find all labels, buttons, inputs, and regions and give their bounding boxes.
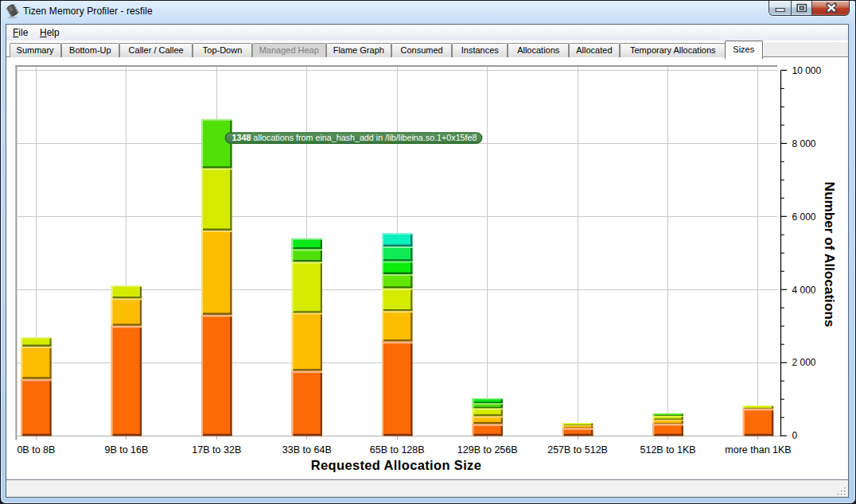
svg-text:2 000: 2 000 [792, 357, 816, 368]
svg-text:6 000: 6 000 [792, 211, 816, 223]
svg-text:10 000: 10 000 [792, 65, 822, 76]
svg-text:Requested Allocation Size: Requested Allocation Size [311, 458, 481, 472]
svg-text:129B to 256B: 129B to 256B [457, 444, 518, 456]
svg-text:512B to 1KB: 512B to 1KB [640, 444, 695, 456]
svg-text:4 000: 4 000 [792, 285, 816, 296]
svg-text:9B to 16B: 9B to 16B [104, 444, 148, 456]
svg-text:65B to 128B: 65B to 128B [370, 444, 425, 456]
svg-text:Number of Allocations: Number of Allocations [823, 182, 837, 328]
svg-text:more than 1KB: more than 1KB [725, 444, 791, 456]
svg-text:17B to 32B: 17B to 32B [192, 444, 241, 456]
svg-text:257B to 512B: 257B to 512B [547, 444, 608, 456]
svg-text:0B to 8B: 0B to 8B [17, 444, 55, 456]
svg-text:0: 0 [792, 430, 798, 441]
svg-text:1348 allocations from eina_has: 1348 allocations from eina_hash_add in /… [232, 133, 477, 142]
svg-text:8 000: 8 000 [792, 138, 816, 149]
svg-text:33B to 64B: 33B to 64B [282, 444, 332, 456]
